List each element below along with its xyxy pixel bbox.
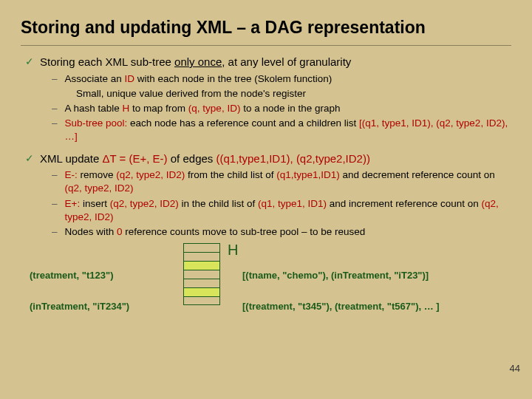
t: in the child list of (179, 198, 258, 209)
sub-2a-text: E-: remove (q2, type2, ID2) from the chi… (65, 168, 511, 195)
bullet-1: ✓ Storing each XML sub-tree only once, a… (21, 55, 511, 69)
t: to a node in the graph (240, 103, 340, 114)
bullet-2: ✓ XML update ΔT = (E+, E-) of edges ((q1… (21, 151, 511, 166)
sub-2a: – E-: remove (q2, type2, ID2) from the c… (21, 168, 511, 195)
t: of edges (168, 152, 216, 165)
sub-1c: – Sub-tree pool: each node has a referen… (21, 117, 511, 143)
t: 0 (117, 226, 123, 237)
t: with each node in the tree (Skolem funct… (134, 73, 332, 84)
hash-row (183, 279, 220, 287)
sub-1b: – A hash table H to map from (q, type, I… (21, 102, 511, 115)
dash-icon: – (52, 225, 58, 239)
sub-1a: – Associate an ID with each node in the … (21, 72, 511, 86)
hash-val-2: [(treatment, "t345"), (treatment, "t567"… (242, 301, 440, 312)
dash-icon: – (52, 72, 58, 86)
dash-icon: – (52, 102, 58, 115)
t: from the child list of (185, 169, 276, 180)
t: ID (125, 73, 135, 84)
sub-1a-cont: Small, unique value derived from the nod… (21, 87, 511, 100)
t: (q, type, ID) (188, 103, 241, 114)
t: and decrement reference count on (340, 169, 495, 180)
t: , at any level of granularity (222, 55, 351, 68)
t: only once (174, 55, 222, 68)
sub-1c-text: Sub-tree pool: each node has a reference… (65, 117, 511, 143)
t: Associate an (65, 73, 125, 84)
hash-diagram: H (treatment, "t123") [(tname, "chemo"),… (21, 243, 511, 332)
slide-title: Storing and updating XML – a DAG represe… (21, 18, 511, 38)
check-icon: ✓ (25, 151, 34, 165)
t: reference counts move to sub-tree pool –… (123, 226, 366, 237)
t: ((q1,type1,ID1), (q2,type2,ID2)) (216, 152, 370, 165)
bullet-1-text: Storing each XML sub-tree only once, at … (40, 55, 351, 69)
t: remove (81, 169, 117, 180)
hash-val-1: [(tname, "chemo"), (inTreatment, "iT23")… (242, 270, 429, 281)
sub-2c-text: Nodes with 0 reference counts move to su… (65, 225, 511, 239)
dash-icon: – (52, 117, 58, 130)
t: A hash table (65, 103, 123, 114)
t: (q1,type1,ID1) (276, 169, 340, 180)
hash-rows (183, 243, 220, 305)
t: Storing each XML sub-tree (40, 55, 174, 68)
hash-label: H (228, 242, 238, 259)
dash-icon: – (52, 168, 58, 182)
sub-2c: – Nodes with 0 reference counts move to … (21, 225, 511, 239)
dash-icon: – (52, 197, 58, 211)
hash-row (183, 270, 220, 279)
t: and increment reference count on (327, 198, 481, 209)
hash-table-graphic: H (183, 243, 220, 305)
bullet-2-text: XML update ΔT = (E+, E-) of edges ((q1,t… (40, 151, 370, 166)
t: to map from (129, 103, 188, 114)
sub-2b-text: E+: insert (q2, type2, ID2) in the child… (65, 197, 511, 224)
t: ΔT = (E+, E-) (103, 152, 168, 165)
t: each node has a reference count and a ch… (127, 117, 359, 129)
t: E-: (65, 169, 81, 180)
hash-row (183, 252, 220, 261)
t: Sub-tree pool: (65, 117, 128, 129)
slide-body: Storing and updating XML – a DAG represe… (0, 0, 532, 347)
hash-row-highlight (183, 287, 220, 296)
hash-key-2: (inTreatment, "iT234") (30, 301, 129, 312)
hash-row-highlight (183, 261, 220, 270)
t: insert (83, 198, 110, 209)
t: XML update (40, 152, 103, 165)
t: (q1, type1, ID1) (258, 198, 327, 209)
t: Nodes with (65, 226, 117, 237)
slide-number: 44 (510, 363, 520, 374)
sub-2b: – E+: insert (q2, type2, ID2) in the chi… (21, 197, 511, 224)
t: (q2, type2, ID2) (65, 183, 134, 194)
t: (q2, type2, ID2) (110, 198, 179, 209)
hash-key-1: (treatment, "t123") (30, 270, 113, 281)
check-icon: ✓ (25, 55, 34, 68)
divider (21, 45, 511, 46)
hash-row (183, 243, 220, 252)
t: H (123, 103, 130, 114)
sub-1b-text: A hash table H to map from (q, type, ID)… (65, 102, 511, 115)
sub-1a-text: Associate an ID with each node in the tr… (65, 72, 511, 86)
t: (q2, type2, ID2) (116, 169, 185, 180)
t: E+: (65, 198, 83, 209)
hash-row (183, 296, 220, 305)
